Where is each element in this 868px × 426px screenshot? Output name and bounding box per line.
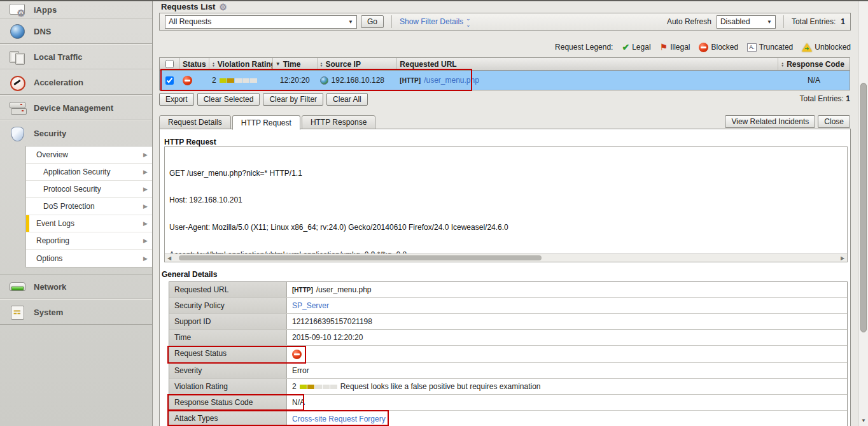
sidebar-item-network[interactable]: Network xyxy=(0,274,152,299)
double-chevron-down-icon: ⌄⌄ xyxy=(466,15,470,28)
column-label: Status xyxy=(183,60,206,69)
security-policy-link[interactable]: SP_Server xyxy=(292,301,329,310)
sidebar-item-iapps[interactable]: iApps xyxy=(0,1,152,18)
warning-triangle-icon xyxy=(802,43,812,52)
submenu-item-protocol-security[interactable]: Protocol Security▶ xyxy=(26,181,152,198)
select-all-checkbox[interactable] xyxy=(165,60,174,68)
iapps-icon xyxy=(9,1,25,18)
submenu-item-reporting[interactable]: Reporting▶ xyxy=(26,232,152,250)
detail-row-violation-rating: Violation Rating 2 Request looks like a … xyxy=(169,379,847,395)
tab-request-details[interactable]: Request Details xyxy=(159,115,231,129)
detail-row-support-id: Support ID 1212166395157021198 xyxy=(169,314,847,330)
scroll-down-icon[interactable]: ▼ xyxy=(859,418,868,423)
scrollbar-thumb[interactable] xyxy=(860,83,867,332)
legend-legal-label: Legal xyxy=(632,43,650,52)
legend-truncated: A. Truncated xyxy=(747,43,793,52)
detail-label: Request Status xyxy=(169,346,287,362)
submenu-item-dos-protection[interactable]: DoS Protection▶ xyxy=(26,198,152,215)
row-time-cell: 12:20:20 xyxy=(273,76,318,85)
detail-value: 2015-09-10 12:20:20 xyxy=(292,333,363,342)
scrollbar-thumb[interactable] xyxy=(179,255,542,260)
clear-all-button[interactable]: Clear All xyxy=(326,93,368,106)
vertical-scrollbar[interactable]: ▼ xyxy=(858,1,868,426)
rating-value: 2 xyxy=(292,382,297,391)
row-checkbox[interactable] xyxy=(165,76,174,85)
blocked-icon xyxy=(183,76,192,85)
sidebar-item-local-traffic[interactable]: Local Traffic xyxy=(0,44,152,69)
sidebar-item-dns[interactable]: DNS xyxy=(0,18,152,44)
go-button[interactable]: Go xyxy=(361,15,384,28)
attack-type-link[interactable]: Cross-site Request Forgery xyxy=(292,415,386,423)
sidebar-item-label: Device Management xyxy=(34,103,152,113)
detail-value: N/A xyxy=(292,398,305,407)
column-label: Source IP xyxy=(326,60,361,69)
sidebar-item-device-management[interactable]: Device Management xyxy=(0,95,152,120)
requested-url-link[interactable]: /user_menu.php xyxy=(424,76,479,85)
column-header-time[interactable]: ▼Time xyxy=(273,58,318,70)
submenu-item-overview[interactable]: Overview▶ xyxy=(26,146,152,164)
rating-bars xyxy=(300,385,337,389)
detail-value: /user_menu.php xyxy=(316,285,372,294)
chevron-down-icon: ▼ xyxy=(767,19,772,25)
column-header-response-code[interactable]: ▲▼Response Code xyxy=(778,58,850,70)
gear-icon[interactable]: ⚙ xyxy=(219,2,227,12)
column-header-status[interactable]: Status xyxy=(180,58,209,70)
clear-by-filter-button[interactable]: Clear by Filter xyxy=(263,93,323,106)
detail-row-severity: Severity Error xyxy=(169,363,847,379)
legend-illegal-label: Illegal xyxy=(670,43,690,52)
sidebar-item-label: DNS xyxy=(34,27,152,36)
blocked-icon xyxy=(292,350,302,359)
tab-http-request[interactable]: HTTP Request xyxy=(232,115,300,130)
detail-label: Violation Rating xyxy=(169,379,287,394)
rating-description: Request looks like a false positive but … xyxy=(340,382,541,391)
network-device-icon xyxy=(9,278,25,295)
tab-http-response[interactable]: HTTP Response xyxy=(302,115,375,129)
horizontal-scrollbar[interactable]: ◀ ▶ xyxy=(165,253,847,262)
auto-refresh-select[interactable]: Disabled ▼ xyxy=(717,15,776,29)
detail-value: Error xyxy=(292,366,309,375)
column-label: Time xyxy=(283,60,301,69)
requests-filter-select[interactable]: All Requests ▼ xyxy=(165,15,357,29)
column-header-source-ip[interactable]: ▲▼Source IP xyxy=(318,58,398,70)
sidebar-item-security[interactable]: Security xyxy=(0,120,152,146)
submenu-item-options[interactable]: Options▶ xyxy=(26,250,152,267)
sidebar-item-label: Acceleration xyxy=(34,78,152,87)
rating-bars xyxy=(220,78,257,83)
submenu-item-application-security[interactable]: Application Security▶ xyxy=(26,164,152,181)
export-button[interactable]: Export xyxy=(159,93,194,106)
submenu-label: Overview xyxy=(36,150,68,159)
clear-selected-button[interactable]: Clear Selected xyxy=(197,93,260,106)
sidebar-item-acceleration[interactable]: Acceleration xyxy=(0,69,152,95)
row-status-cell xyxy=(180,76,209,85)
request-table-row[interactable]: 2 12:20:20 192.168.10.128 [HTTP] /user_m… xyxy=(159,71,850,90)
detail-label: Time xyxy=(169,330,287,345)
submenu-item-event-logs[interactable]: Event Logs▶ xyxy=(26,215,152,232)
column-label: Requested URL xyxy=(400,60,456,69)
column-header-requested-url[interactable]: Requested URL xyxy=(397,58,778,70)
submenu-label: Application Security xyxy=(43,167,110,176)
scroll-right-icon[interactable]: ▶ xyxy=(838,255,847,261)
filter-toolbar: All Requests ▼ Go Show Filter Details ⌄⌄… xyxy=(159,13,851,31)
column-header-violation-rating[interactable]: ▲▼Violation Rating xyxy=(209,58,273,70)
table-actions: Export Clear Selected Clear by Filter Cl… xyxy=(159,93,850,106)
sidebar-item-label: System xyxy=(34,308,152,317)
close-button[interactable]: Close xyxy=(818,115,850,128)
sidebar-item-system[interactable]: System xyxy=(0,299,152,325)
sort-desc-icon: ▼ xyxy=(276,61,281,67)
divider xyxy=(783,15,784,28)
legend-label: Request Legend: xyxy=(555,43,613,52)
column-label: Response Code xyxy=(787,60,844,69)
submenu-label: Reporting xyxy=(36,236,69,245)
scroll-left-icon[interactable]: ◀ xyxy=(165,255,174,261)
select-all-cell xyxy=(160,58,180,70)
legend-illegal: ⚑ Illegal xyxy=(660,42,690,52)
sidebar-item-label: Network xyxy=(34,282,152,292)
show-filter-details-link[interactable]: Show Filter Details xyxy=(400,17,463,26)
blocked-icon xyxy=(699,43,708,52)
asm-requests-page: iApps DNS Local Traffic Acceleration Dev… xyxy=(0,0,868,426)
row-select-cell xyxy=(160,76,180,85)
globe-icon xyxy=(320,76,328,85)
view-related-incidents-button[interactable]: View Related Incidents xyxy=(725,115,815,128)
chevron-right-icon: ▶ xyxy=(143,186,148,192)
chevron-down-icon: ▼ xyxy=(348,19,353,25)
